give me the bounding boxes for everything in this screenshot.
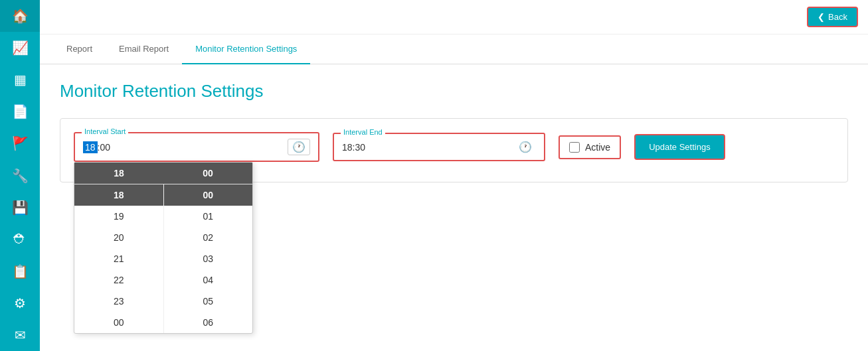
picker-hour-header: 18 [74, 163, 163, 184]
back-chevron-icon: ❮ [818, 12, 825, 22]
picker-hours-col: 18 19 20 21 22 23 00 [74, 184, 164, 333]
clock-icon-start[interactable]: 🕐 [288, 139, 310, 155]
form-section: Interval Start 18:00 🕐 18 00 [60, 118, 848, 182]
picker-minutes-col: 00 01 02 03 04 05 06 [164, 184, 253, 333]
picker-hour-23[interactable]: 23 [74, 291, 163, 312]
tab-email-report[interactable]: Email Report [106, 35, 182, 64]
sidebar-item-support[interactable]: ⛑ [0, 224, 40, 255]
tab-monitor-retention[interactable]: Monitor Retention Settings [182, 35, 310, 64]
active-label: Active [585, 142, 610, 153]
sidebar-item-tools[interactable]: 🔧 [0, 159, 40, 191]
sidebar-item-document[interactable]: 📄 [0, 96, 40, 127]
picker-hour-21[interactable]: 21 [74, 248, 163, 269]
sidebar-item-report[interactable]: 📋 [0, 255, 40, 287]
picker-hour-22[interactable]: 22 [74, 269, 163, 291]
sidebar: 🏠 📈 ▦ 📄 🚩 🔧 💾 ⛑ 📋 ⚙ ✉ [0, 0, 40, 351]
picker-minute-00[interactable]: 00 [164, 184, 253, 206]
picker-minute-01[interactable]: 01 [164, 206, 253, 227]
clock-icon-end[interactable]: 🕐 [515, 139, 536, 155]
sidebar-item-grid[interactable]: ▦ [0, 64, 40, 96]
interval-start-hour: 18 [83, 141, 98, 153]
sidebar-item-flag[interactable]: 🚩 [0, 127, 40, 159]
interval-start-container: Interval Start 18:00 🕐 18 00 [74, 132, 319, 162]
picker-hour-18[interactable]: 18 [74, 184, 163, 206]
picker-hour-19[interactable]: 19 [74, 206, 163, 227]
interval-start-label: Interval Start [82, 127, 128, 135]
picker-minute-06[interactable]: 06 [164, 312, 253, 333]
main-content: ❮ Back Report Email Report Monitor Reten… [40, 0, 868, 351]
picker-hour-20[interactable]: 20 [74, 227, 163, 248]
sidebar-item-home[interactable]: 🏠 [0, 0, 40, 32]
picker-minute-header: 00 [163, 163, 252, 184]
update-settings-button[interactable]: Update Settings [634, 134, 725, 160]
page-title: Monitor Retention Settings [60, 81, 848, 102]
tabs: Report Email Report Monitor Retention Se… [40, 35, 868, 64]
interval-start-value: 18:00 [83, 142, 288, 153]
time-picker-dropdown: 18 00 18 19 20 21 22 23 00 [74, 162, 253, 334]
picker-minute-04[interactable]: 04 [164, 269, 253, 291]
sidebar-item-storage[interactable]: 💾 [0, 192, 40, 224]
picker-minute-05[interactable]: 05 [164, 291, 253, 312]
interval-end-value: 18:30 [342, 142, 515, 153]
picker-body: 18 19 20 21 22 23 00 00 01 [74, 184, 252, 333]
picker-header: 18 00 [74, 163, 252, 184]
top-bar: ❮ Back [40, 0, 868, 35]
tab-report[interactable]: Report [53, 35, 106, 64]
interval-end-label: Interval End [341, 128, 385, 136]
picker-minute-02[interactable]: 02 [164, 227, 253, 248]
active-checkbox[interactable] [569, 142, 580, 153]
back-label: Back [828, 12, 847, 22]
sidebar-item-settings[interactable]: ⚙ [0, 287, 40, 319]
sidebar-item-mail[interactable]: ✉ [0, 319, 40, 351]
form-row: Interval Start 18:00 🕐 18 00 [74, 132, 834, 162]
back-button[interactable]: ❮ Back [807, 7, 858, 27]
active-container: Active [559, 135, 621, 159]
content-area: Monitor Retention Settings Interval Star… [40, 64, 868, 351]
interval-end-container: Interval End 18:30 🕐 [333, 133, 545, 161]
sidebar-item-chart[interactable]: 📈 [0, 32, 40, 64]
picker-hour-00[interactable]: 00 [74, 312, 163, 333]
picker-minute-03[interactable]: 03 [164, 248, 253, 269]
